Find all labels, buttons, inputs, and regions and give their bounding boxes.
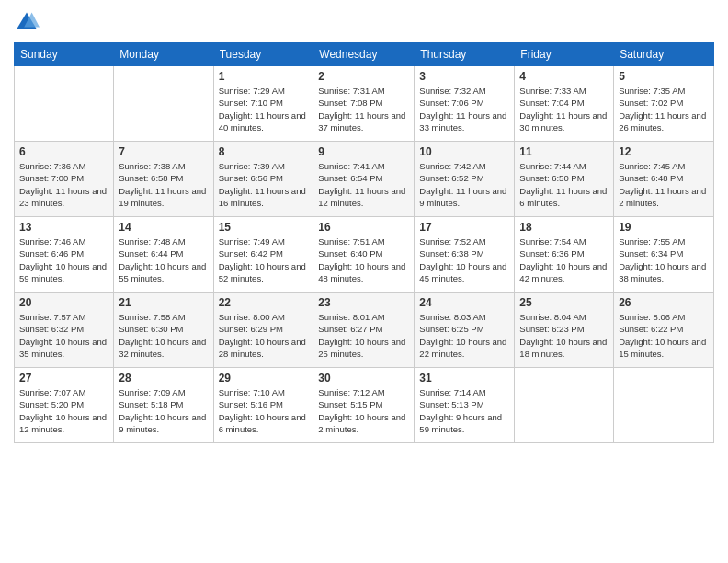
cell-text: Sunrise: 7:07 AM <box>19 386 108 398</box>
cell-text: Sunset: 6:50 PM <box>519 172 609 184</box>
cell-text: Daylight: 11 hours and 26 minutes. <box>619 109 709 134</box>
cell-text: Daylight: 11 hours and 19 minutes. <box>119 185 208 210</box>
calendar-cell: 20Sunrise: 7:57 AMSunset: 6:32 PMDayligh… <box>15 293 114 368</box>
calendar-cell: 26Sunrise: 8:06 AMSunset: 6:22 PMDayligh… <box>614 293 714 368</box>
calendar-cell: 31Sunrise: 7:14 AMSunset: 5:13 PMDayligh… <box>415 368 515 443</box>
cell-text: Sunset: 6:27 PM <box>318 323 409 335</box>
week-row-0: 1Sunrise: 7:29 AMSunset: 7:10 PMDaylight… <box>15 66 714 142</box>
calendar-cell: 8Sunrise: 7:39 AMSunset: 6:56 PMDaylight… <box>213 142 313 217</box>
day-number: 12 <box>619 145 709 158</box>
cell-text: Sunrise: 7:33 AM <box>519 85 609 97</box>
day-number: 1 <box>219 70 309 83</box>
cell-text: Daylight: 10 hours and 12 minutes. <box>19 411 108 436</box>
cell-text: Sunrise: 7:29 AM <box>219 85 309 97</box>
logo <box>14 9 41 35</box>
cell-text: Daylight: 10 hours and 22 minutes. <box>419 336 509 361</box>
day-number: 7 <box>119 145 208 158</box>
cell-text: Daylight: 11 hours and 33 minutes. <box>419 109 509 134</box>
cell-text: Sunrise: 7:31 AM <box>318 85 409 97</box>
calendar-cell: 27Sunrise: 7:07 AMSunset: 5:20 PMDayligh… <box>15 368 114 443</box>
calendar-cell: 11Sunrise: 7:44 AMSunset: 6:50 PMDayligh… <box>515 142 614 217</box>
cell-text: Daylight: 10 hours and 32 minutes. <box>119 336 208 361</box>
cell-text: Sunset: 6:23 PM <box>519 323 609 335</box>
cell-text: Daylight: 10 hours and 28 minutes. <box>219 336 309 361</box>
cell-text: Daylight: 10 hours and 9 minutes. <box>119 411 208 436</box>
cell-text: Sunset: 6:52 PM <box>419 172 509 184</box>
week-row-1: 6Sunrise: 7:36 AMSunset: 7:00 PMDaylight… <box>15 142 714 217</box>
day-number: 4 <box>519 70 609 83</box>
cell-text: Daylight: 10 hours and 59 minutes. <box>19 260 108 285</box>
cell-text: Sunset: 7:00 PM <box>19 172 108 184</box>
cell-text: Sunset: 6:36 PM <box>519 247 609 259</box>
cell-text: Sunset: 7:04 PM <box>519 97 609 109</box>
cell-text: Sunset: 6:56 PM <box>219 172 309 184</box>
calendar-cell <box>15 66 114 142</box>
calendar-cell: 22Sunrise: 8:00 AMSunset: 6:29 PMDayligh… <box>213 293 313 368</box>
day-number: 5 <box>619 70 709 83</box>
cell-text: Sunrise: 7:39 AM <box>219 160 309 172</box>
calendar-cell: 16Sunrise: 7:51 AMSunset: 6:40 PMDayligh… <box>313 217 415 293</box>
calendar-cell: 12Sunrise: 7:45 AMSunset: 6:48 PMDayligh… <box>614 142 714 217</box>
cell-text: Sunrise: 7:32 AM <box>419 85 509 97</box>
cell-text: Sunrise: 8:00 AM <box>219 311 309 323</box>
cell-text: Daylight: 11 hours and 12 minutes. <box>318 185 409 210</box>
cell-text: Daylight: 10 hours and 35 minutes. <box>19 336 108 361</box>
calendar-cell: 15Sunrise: 7:49 AMSunset: 6:42 PMDayligh… <box>213 217 313 293</box>
page: SundayMondayTuesdayWednesdayThursdayFrid… <box>0 0 728 563</box>
cell-text: Daylight: 11 hours and 40 minutes. <box>219 109 309 134</box>
calendar-cell: 5Sunrise: 7:35 AMSunset: 7:02 PMDaylight… <box>614 66 714 142</box>
calendar-cell: 7Sunrise: 7:38 AMSunset: 6:58 PMDaylight… <box>114 142 213 217</box>
cell-text: Sunrise: 8:01 AM <box>318 311 409 323</box>
cell-text: Daylight: 9 hours and 59 minutes. <box>419 411 509 436</box>
calendar-cell <box>515 368 614 443</box>
calendar-cell: 18Sunrise: 7:54 AMSunset: 6:36 PMDayligh… <box>515 217 614 293</box>
cell-text: Daylight: 11 hours and 37 minutes. <box>318 109 409 134</box>
day-number: 26 <box>619 296 709 309</box>
cell-text: Daylight: 10 hours and 38 minutes. <box>619 260 709 285</box>
cell-text: Daylight: 11 hours and 9 minutes. <box>419 185 509 210</box>
calendar-cell: 28Sunrise: 7:09 AMSunset: 5:18 PMDayligh… <box>114 368 213 443</box>
cell-text: Sunrise: 8:06 AM <box>619 311 709 323</box>
cell-text: Sunrise: 7:51 AM <box>318 236 409 247</box>
cell-text: Sunrise: 7:48 AM <box>119 236 208 247</box>
day-number: 21 <box>119 296 208 309</box>
cell-text: Sunset: 6:25 PM <box>419 323 509 335</box>
calendar-cell: 1Sunrise: 7:29 AMSunset: 7:10 PMDaylight… <box>213 66 313 142</box>
day-number: 23 <box>318 296 409 309</box>
cell-text: Daylight: 10 hours and 6 minutes. <box>219 411 309 436</box>
cell-text: Sunset: 7:08 PM <box>318 97 409 109</box>
day-number: 20 <box>19 296 108 309</box>
cell-text: Sunrise: 7:45 AM <box>619 160 709 172</box>
calendar-cell: 23Sunrise: 8:01 AMSunset: 6:27 PMDayligh… <box>313 293 415 368</box>
week-row-3: 20Sunrise: 7:57 AMSunset: 6:32 PMDayligh… <box>15 293 714 368</box>
day-number: 17 <box>419 221 509 234</box>
day-number: 28 <box>119 372 208 385</box>
cell-text: Sunrise: 7:35 AM <box>619 85 709 97</box>
day-number: 25 <box>519 296 609 309</box>
cell-text: Sunset: 6:48 PM <box>619 172 709 184</box>
cell-text: Daylight: 10 hours and 55 minutes. <box>119 260 208 285</box>
day-number: 31 <box>419 372 509 385</box>
cell-text: Daylight: 10 hours and 25 minutes. <box>318 336 409 361</box>
cell-text: Sunrise: 7:58 AM <box>119 311 208 323</box>
day-number: 13 <box>19 221 108 234</box>
cell-text: Sunrise: 7:57 AM <box>19 311 108 323</box>
calendar-cell <box>114 66 213 142</box>
calendar-cell <box>614 368 714 443</box>
cell-text: Daylight: 10 hours and 48 minutes. <box>318 260 409 285</box>
cell-text: Sunset: 6:30 PM <box>119 323 208 335</box>
cell-text: Sunrise: 7:49 AM <box>219 236 309 247</box>
cell-text: Daylight: 10 hours and 45 minutes. <box>419 260 509 285</box>
calendar-cell: 13Sunrise: 7:46 AMSunset: 6:46 PMDayligh… <box>15 217 114 293</box>
cell-text: Sunset: 5:15 PM <box>318 398 409 410</box>
cell-text: Sunrise: 7:46 AM <box>19 236 108 247</box>
cell-text: Sunset: 6:32 PM <box>19 323 108 335</box>
cell-text: Sunrise: 8:03 AM <box>419 311 509 323</box>
cell-text: Sunset: 6:46 PM <box>19 247 108 259</box>
calendar-cell: 9Sunrise: 7:41 AMSunset: 6:54 PMDaylight… <box>313 142 415 217</box>
calendar-table: SundayMondayTuesdayWednesdayThursdayFrid… <box>14 42 714 443</box>
calendar-cell: 24Sunrise: 8:03 AMSunset: 6:25 PMDayligh… <box>415 293 515 368</box>
cell-text: Daylight: 10 hours and 42 minutes. <box>519 260 609 285</box>
day-number: 15 <box>219 221 309 234</box>
cell-text: Sunset: 7:10 PM <box>219 97 309 109</box>
